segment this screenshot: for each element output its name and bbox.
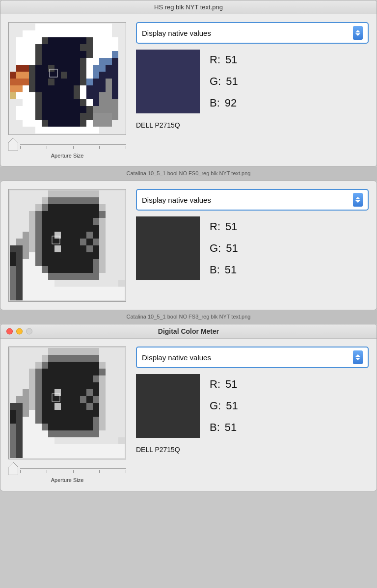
aperture-label-3: Aperture Size — [51, 477, 84, 483]
b-value-2: B: 51 — [210, 264, 238, 276]
image-area-3: Aperture Size — [8, 347, 126, 483]
b-label-3: B: — [210, 421, 220, 434]
g-number-2: 51 — [226, 242, 238, 255]
b-number-1: 92 — [225, 97, 237, 109]
g-number-1: 51 — [226, 75, 238, 88]
r-label-1: R: — [210, 53, 220, 66]
g-number-3: 51 — [226, 400, 238, 412]
controls-area-1: Display native values R: 51 G: 51 — [136, 22, 369, 129]
aperture-control-3: Aperture Size — [8, 462, 126, 483]
color-info-1: R: 51 G: 51 B: 92 — [136, 50, 369, 113]
color-values-2: R: 51 G: 51 B: 51 — [210, 220, 238, 276]
color-values-1: R: 51 G: 51 B: 92 — [210, 53, 238, 109]
image-area-1: Aperture Size — [8, 22, 126, 159]
minimize-button[interactable] — [16, 328, 23, 335]
b-number-3: 51 — [225, 421, 237, 434]
panel-3: Digital Color Meter — [0, 324, 377, 491]
aperture-slider-3[interactable] — [8, 462, 126, 475]
display-name-1: DELL P2715Q — [136, 121, 369, 129]
r-number-3: 51 — [225, 378, 237, 391]
preview-image-3 — [8, 347, 126, 459]
g-label-3: G: — [210, 400, 221, 412]
r-number-1: 51 — [225, 53, 237, 66]
aperture-slider-1[interactable] — [8, 138, 126, 151]
separator-title-1: Catalina 10_5_1 bool NO FS0_reg blk NYT … — [127, 170, 251, 177]
r-label-3: R: — [210, 378, 220, 391]
separator-title-2: Catalina 10_5_1 bool NO FS3_reg blk NYT … — [127, 314, 251, 320]
chevron-down-icon-2 — [355, 200, 360, 203]
aperture-control-1: Aperture Size — [8, 138, 126, 159]
separator-1: Catalina 10_5_1 bool NO FS0_reg blk NYT … — [0, 167, 377, 181]
slider-track-1 — [20, 144, 126, 145]
maximize-button[interactable] — [26, 328, 32, 335]
dropdown-2[interactable]: Display native values — [136, 189, 369, 211]
dropdown-arrow-1[interactable] — [353, 26, 363, 40]
dropdown-arrow-3[interactable] — [353, 350, 363, 364]
color-swatch-2 — [136, 216, 200, 280]
r-value-1: R: 51 — [210, 53, 238, 66]
controls-area-3: Display native values R: 51 G: 51 — [136, 347, 369, 454]
g-label-2: G: — [210, 242, 221, 255]
color-info-3: R: 51 G: 51 B: 51 — [136, 374, 369, 438]
color-values-3: R: 51 G: 51 B: 51 — [210, 378, 238, 434]
slider-thumb-icon-1 — [8, 138, 18, 151]
window-controls-3 — [6, 328, 32, 335]
dropdown-label-2: Display native values — [142, 196, 211, 204]
r-label-2: R: — [210, 220, 220, 233]
r-value-2: R: 51 — [210, 220, 238, 233]
dropdown-1[interactable]: Display native values — [136, 22, 369, 44]
aperture-label-1: Aperture Size — [51, 153, 84, 159]
display-name-3: DELL P2715Q — [136, 446, 369, 454]
g-value-2: G: 51 — [210, 242, 238, 255]
dropdown-label-3: Display native values — [142, 353, 211, 362]
color-swatch-3 — [136, 374, 200, 438]
b-value-3: B: 51 — [210, 421, 238, 434]
b-value-1: B: 92 — [210, 97, 238, 109]
separator-2: Catalina 10_5_1 bool NO FS3_reg blk NYT … — [0, 310, 377, 324]
b-number-2: 51 — [225, 264, 237, 276]
panel-1: HS reg blk NYT text.png — [0, 0, 377, 167]
dropdown-arrow-2[interactable] — [353, 193, 363, 207]
chevron-down-icon-1 — [355, 33, 360, 36]
preview-image-1 — [8, 22, 126, 135]
preview-image-2 — [8, 189, 126, 302]
dropdown-3[interactable]: Display native values — [136, 347, 369, 368]
dropdown-label-1: Display native values — [142, 29, 211, 37]
chevron-up-icon-1 — [355, 30, 360, 32]
b-label-1: B: — [210, 97, 220, 109]
g-value-1: G: 51 — [210, 75, 238, 88]
b-label-2: B: — [210, 264, 220, 276]
color-swatch-1 — [136, 50, 200, 113]
r-value-3: R: 51 — [210, 378, 238, 391]
chevron-up-icon-2 — [355, 197, 360, 199]
panel-2: Display native values R: 51 G: 51 — [0, 181, 377, 310]
g-value-3: G: 51 — [210, 400, 238, 412]
g-label-1: G: — [210, 75, 221, 88]
svg-marker-0 — [8, 138, 18, 151]
chevron-up-icon-3 — [355, 354, 360, 357]
panel-1-title: HS reg blk NYT text.png — [154, 3, 223, 11]
title-bar-1: HS reg blk NYT text.png — [0, 0, 377, 14]
close-button[interactable] — [6, 328, 13, 335]
slider-track-3 — [20, 468, 126, 469]
color-info-2: R: 51 G: 51 B: 51 — [136, 216, 369, 280]
image-area-2 — [8, 189, 126, 302]
slider-thumb-icon-3 — [8, 462, 18, 475]
title-bar-3: Digital Color Meter — [0, 324, 377, 339]
svg-marker-1 — [8, 462, 18, 475]
controls-area-2: Display native values R: 51 G: 51 — [136, 189, 369, 280]
panel-3-title: Digital Color Meter — [158, 327, 219, 335]
chevron-down-icon-3 — [355, 358, 360, 360]
r-number-2: 51 — [225, 220, 237, 233]
